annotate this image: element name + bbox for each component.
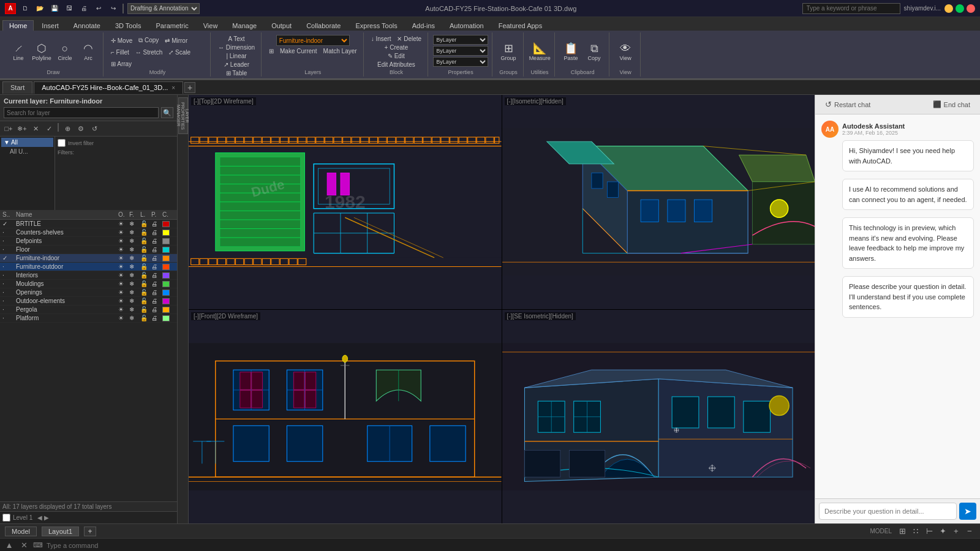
tab-output[interactable]: Output [265,20,298,31]
grid-toggle[interactable]: ⊞ [897,527,908,536]
layer-search-btn[interactable]: 🔍 [161,107,173,118]
layer-manager-btn[interactable]: LAYER PROPERTIES MANAGER [178,97,188,134]
tab-featured[interactable]: Featured Apps [492,20,549,31]
fillet-btn[interactable]: ⌐ Fillet [108,48,132,56]
match-layer-btn[interactable]: Match Layer [321,47,360,55]
tab-express[interactable]: Express Tools [349,20,404,31]
saveas-btn[interactable]: 🖫 [64,4,75,13]
add-layout-btn[interactable]: + [84,527,96,536]
edit-attrib-btn[interactable]: Edit Attributes [375,61,418,69]
search-input[interactable] [802,3,900,14]
command-input[interactable] [47,542,976,549]
model-tab[interactable]: Model [5,527,37,536]
command-clear-btn[interactable]: ✕ [18,541,29,550]
end-chat-btn[interactable]: ⬛ End chat [929,99,974,110]
open-file-btn[interactable]: 📂 [34,4,45,13]
iso-drawing[interactable] [502,95,815,309]
layout1-tab[interactable]: Layout1 [42,527,79,536]
layer-row[interactable]: · Platform ☀ ❄ 🔓 🖨 [0,314,177,323]
layer-row[interactable]: · Interiors ☀ ❄ 🔓 🖨 [0,271,177,280]
maximize-btn[interactable] [956,4,964,13]
layer-row[interactable]: · Openings ☀ ❄ 🔓 🖨 [0,288,177,297]
minimize-btn[interactable] [944,4,953,13]
layer-states-btn[interactable]: ⊕ [61,123,74,134]
viewport-bottom-left[interactable]: [-][Front][2D Wireframe] [189,310,502,524]
save-btn[interactable]: 💾 [49,4,60,13]
delete-btn[interactable]: ✕ Delete [394,35,424,43]
lineweight-selector[interactable]: ByLayer [433,57,488,67]
tab-insert[interactable]: Insert [35,20,66,31]
make-current-btn[interactable]: Make Current [277,47,320,55]
new-file-btn[interactable]: 🗋 [20,4,31,13]
add-tab-btn[interactable]: + [184,82,195,93]
layer-search-input[interactable] [4,107,159,118]
measure-btn[interactable]: 📐 Measure [529,36,551,68]
tab-addins[interactable]: Add-ins [405,20,442,31]
snap-toggle[interactable]: ∷ [910,527,921,536]
viewport-top-left[interactable]: [-][Top][2D Wireframe] Dude 1982 [189,95,502,309]
polar-toggle[interactable]: ✦ [937,527,948,536]
viewport-bottom-right[interactable]: [-][SE Isometric][Hidden] [502,310,815,524]
chat-send-btn[interactable]: ➤ [959,503,976,520]
restart-chat-btn[interactable]: ↺ Restart chat [821,99,874,110]
set-current-layer-btn[interactable]: ✓ [43,123,55,134]
text-btn[interactable]: A Text [225,35,247,43]
elevation-drawing[interactable] [189,310,502,524]
tab-annotate[interactable]: Annotate [67,20,107,31]
layer-row[interactable]: · Pergola ☀ ❄ 🔓 🖨 [0,305,177,314]
stretch-btn[interactable]: ↔ Stretch [133,48,165,56]
redo-btn[interactable]: ↪ [108,4,119,13]
layer-props-btn[interactable]: ⚙ [75,123,87,134]
tab-view[interactable]: View [197,20,225,31]
layer-row[interactable]: · Outdoor-elements ☀ ❄ 🔓 🖨 [0,297,177,305]
layer-row[interactable]: · Floor ☀ ❄ 🔓 🖨 [0,246,177,254]
zoom-out-btn[interactable]: − [964,527,975,536]
copy-clipboard-btn[interactable]: ⧉ Copy [583,36,605,68]
new-freeze-layer-btn[interactable]: ❄+ [16,123,28,134]
layer-row-current[interactable]: ✓ Furniture-indoor ☀ ❄ 🔓 🖨 [0,254,177,263]
drawing-area[interactable]: [-][Top][2D Wireframe] Dude 1982 [189,95,815,523]
layer-row[interactable]: · Counters-shelves ☀ ❄ 🔓 🖨 [0,228,177,237]
layer-row-selected[interactable]: · Furniture-outdoor ☀ ❄ 🔓 🖨 [0,263,177,271]
new-layer-btn[interactable]: □+ [2,123,15,134]
copy-btn[interactable]: ⧉ Copy [136,36,161,45]
close-drawing-tab[interactable]: × [172,84,175,91]
layer-row[interactable]: · Defpoints ☀ ❄ 🔓 🖨 [0,237,177,246]
ortho-toggle[interactable]: ⊢ [924,527,935,536]
edit-btn[interactable]: ✎ Edit [385,52,407,60]
undo-btn[interactable]: ↩ [93,4,104,13]
layer-row[interactable]: · Mouldings ☀ ❄ 🔓 🖨 [0,280,177,288]
paste-btn[interactable]: 📋 Paste [560,36,582,68]
3d-persp-drawing[interactable] [502,310,815,524]
group-btn[interactable]: ⊞ Group [497,36,519,68]
create-btn[interactable]: + Create [382,43,411,51]
leader-btn[interactable]: ↗ Leader [221,61,252,69]
linear-btn[interactable]: | Linear [224,52,249,60]
tab-automation[interactable]: Automation [443,20,491,31]
tab-drawing[interactable]: AutoCAD-FY25 Hire--Book-Cafe_01_3D... × [34,81,183,94]
scale-btn[interactable]: ⤢ Scale [166,48,193,56]
level-checkbox[interactable] [2,514,10,522]
command-up-btn[interactable]: ▲ [4,541,15,550]
tab-parametric[interactable]: Parametric [149,20,195,31]
tab-manage[interactable]: Manage [225,20,263,31]
move-btn[interactable]: ✛ Move [108,37,135,45]
invert-filter-checkbox[interactable] [58,139,66,147]
tab-start[interactable]: Start [2,81,32,94]
line-btn[interactable]: ⟋ Line [7,36,29,68]
arc-btn[interactable]: ◠ Arc [77,36,99,68]
chat-input[interactable] [819,503,957,520]
view-btn[interactable]: 👁 View [614,36,636,68]
print-btn[interactable]: 🖨 [78,4,89,13]
circle-btn[interactable]: ○ Circle [54,36,76,68]
table-btn[interactable]: ⊞ Table [224,69,250,77]
color-selector[interactable]: ByLayer [433,35,488,45]
filter-all[interactable]: ▼ All [1,138,53,147]
viewport-top-right[interactable]: [-][Isometric][Hidden] [502,95,815,309]
zoom-in-btn[interactable]: + [951,527,962,536]
workspace-selector[interactable]: Drafting & Annotation [127,3,200,14]
tab-3dtools[interactable]: 3D Tools [108,20,148,31]
array-btn[interactable]: ⊞ Array [108,60,134,68]
filter-all-used[interactable]: All U... [1,147,53,156]
dim-btn[interactable]: ↔ Dimension [216,43,257,51]
